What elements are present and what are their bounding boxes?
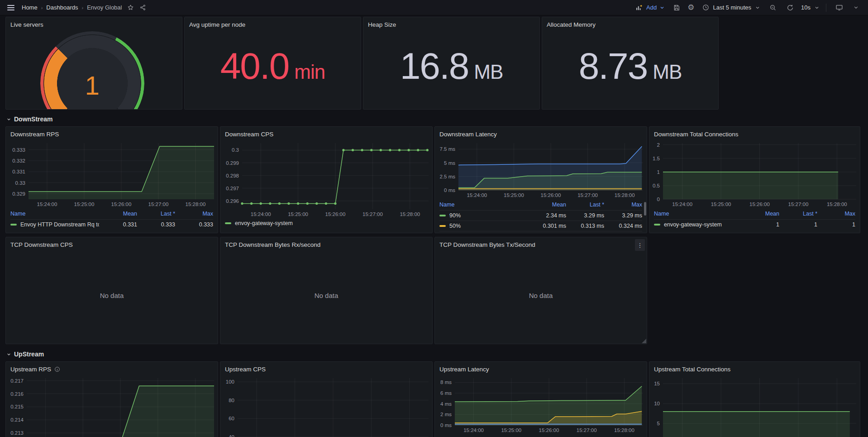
panel-upstream-total-connections: Upstream Total Connections 5101515:24:00… (649, 361, 860, 437)
panel-title[interactable]: Allocated Memory (542, 17, 718, 30)
upstream-cps-chart[interactable]: 40608010015:24:0015:25:0015:26:0015:27:0… (220, 375, 432, 437)
legend-header-last[interactable]: Last * (779, 211, 817, 217)
svg-text:0.5: 0.5 (653, 183, 660, 188)
panel-title[interactable]: Downstream RPS (6, 127, 218, 139)
timeseries-plot[interactable]: 0.2960.2970.2980.2990.315:24:0015:25:001… (220, 139, 432, 218)
panel-avg-uptime: Avg uptime per node 40.0 min (184, 17, 361, 110)
stat-value: 16.8 (400, 48, 469, 85)
series-swatch (439, 225, 446, 227)
timeseries-plot[interactable]: 0 ms2.5 ms5 ms7.5 ms15:24:0015:25:0015:2… (435, 139, 647, 199)
panel-title[interactable]: Upstream Latency (435, 362, 647, 375)
legend-scrollbar[interactable] (644, 202, 646, 216)
panel-title[interactable]: Upstream Total Connections (649, 362, 860, 375)
panel-title[interactable]: TCP Downstream Bytes Rx/second (220, 237, 432, 250)
panel-upstream-cps: Upstream CPS 40608010015:24:0015:25:0015… (220, 361, 433, 437)
legend-header-last[interactable]: Last * (137, 211, 175, 217)
legend-header-mean[interactable]: Mean (99, 211, 137, 217)
save-icon (673, 4, 680, 11)
svg-text:10: 10 (654, 401, 660, 406)
collapse-nav-button[interactable] (850, 3, 862, 12)
menu-toggle-button[interactable] (5, 2, 17, 14)
panel-title[interactable]: Heap Size (363, 17, 539, 30)
legend-header-mean[interactable]: Mean (741, 211, 779, 217)
panel-resize-handle[interactable] (642, 339, 646, 343)
magnifier-minus-icon (769, 4, 777, 11)
zoom-out-time-button[interactable] (767, 2, 779, 13)
legend-row[interactable]: 90%2.34 ms3.29 ms3.29 ms (439, 210, 642, 221)
panel-title[interactable]: Downstream CPS (220, 127, 432, 139)
legend-header-max[interactable]: Max (175, 211, 213, 217)
section-upstream-toggle[interactable]: UpStream (6, 350, 863, 359)
panel-title[interactable]: TCP Downstream Bytes Tx/Second (435, 237, 647, 250)
timeseries-plot[interactable]: 0.2130.2140.2150.2160.21715:24:0015:25:0… (6, 375, 218, 437)
timeseries-plot[interactable]: 0 ms2 ms4 ms6 ms8 ms15:24:0015:25:0015:2… (435, 375, 647, 434)
svg-text:0.296: 0.296 (226, 198, 239, 204)
legend-item[interactable]: envoy-gateway-system (225, 218, 428, 228)
dashboard-settings-button[interactable]: ⚙ (685, 2, 697, 13)
panel-downstream-total-connections: Downstream Total Connections 00.511.5215… (649, 126, 860, 233)
tv-mode-button[interactable] (833, 2, 846, 13)
panel-title[interactable]: Downstream Latency (435, 127, 647, 139)
section-downstream-toggle[interactable]: DownStream (6, 115, 863, 124)
legend-header-mean[interactable]: Mean (528, 202, 566, 208)
legend-header-name[interactable]: Name (10, 211, 99, 217)
svg-text:15:26:00: 15:26:00 (749, 202, 770, 207)
time-range-picker[interactable]: Last 5 minutes (702, 4, 760, 11)
info-icon[interactable] (54, 366, 60, 372)
add-label: Add (646, 4, 657, 11)
timeseries-plot[interactable]: 5101515:24:0015:25:0015:26:0015:27:0015:… (649, 375, 860, 437)
downstream-total-connections-chart[interactable]: 00.511.5215:24:0015:25:0015:26:0015:27:0… (649, 139, 860, 208)
svg-text:15:24:00: 15:24:00 (467, 192, 487, 198)
breadcrumb-dashboards[interactable]: Dashboards (46, 4, 78, 11)
legend-header-row: NameMeanLast *Max (439, 199, 642, 210)
legend-row[interactable]: 50%0.301 ms0.313 ms0.324 ms (439, 221, 642, 231)
svg-text:0.331: 0.331 (12, 169, 25, 174)
timeseries-plot[interactable]: 0.3290.330.3310.3320.33315:24:0015:25:00… (6, 139, 218, 208)
svg-text:0.297: 0.297 (226, 186, 239, 191)
upstream-latency-chart[interactable]: 0 ms2 ms4 ms6 ms8 ms15:24:0015:25:0015:2… (435, 375, 647, 434)
live-servers-gauge: 1 (40, 31, 144, 110)
legend-header-max[interactable]: Max (604, 202, 642, 208)
svg-text:5: 5 (657, 421, 660, 426)
upstream-rps-chart[interactable]: 0.2130.2140.2150.2160.21715:24:0015:25:0… (6, 375, 218, 437)
share-button[interactable] (137, 2, 149, 13)
panel-menu-button[interactable]: ⋮ (635, 239, 645, 251)
svg-text:0: 0 (657, 197, 660, 202)
save-dashboard-button[interactable] (670, 2, 683, 13)
panel-title[interactable]: TCP Downstream CPS (6, 237, 218, 250)
panel-title[interactable]: Downstream Total Connections (649, 127, 860, 139)
hamburger-icon (7, 4, 14, 12)
legend-header-name[interactable]: Name (654, 211, 741, 217)
svg-text:0.33: 0.33 (15, 180, 25, 186)
svg-text:1: 1 (657, 169, 660, 175)
svg-text:15:25:00: 15:25:00 (711, 202, 731, 207)
breadcrumb-home[interactable]: Home (22, 4, 38, 11)
add-dropdown[interactable]: Add (635, 4, 665, 11)
svg-text:15:26:00: 15:26:00 (111, 202, 132, 207)
timeseries-plot[interactable]: 00.511.5215:24:0015:25:0015:26:0015:27:0… (649, 139, 860, 208)
panel-title[interactable]: Upstream CPS (220, 362, 432, 375)
favorite-star-button[interactable] (124, 2, 137, 13)
legend-header-max[interactable]: Max (817, 211, 855, 217)
upstream-total-connections-chart[interactable]: 5101515:24:0015:25:0015:26:0015:27:0015:… (649, 375, 860, 437)
legend-header-name[interactable]: Name (439, 202, 528, 208)
timeseries-plot[interactable]: 40608010015:24:0015:25:0015:26:0015:27:0… (220, 375, 432, 437)
panel-downstream-latency: Downstream Latency 0 ms2.5 ms5 ms7.5 ms1… (434, 126, 647, 233)
refresh-interval-dropdown[interactable]: 10s (799, 4, 820, 11)
downstream-rps-legend: NameMeanLast *MaxEnvoy HTTP Downstream R… (6, 208, 218, 230)
downstream-cps-chart[interactable]: 0.2960.2970.2980.2990.315:24:0015:25:001… (220, 139, 432, 218)
legend-row[interactable]: envoy-gateway-system111 (654, 219, 855, 230)
panel-title[interactable]: Upstream RPS (10, 366, 51, 373)
refresh-button[interactable] (784, 2, 796, 13)
svg-text:5 ms: 5 ms (444, 160, 455, 166)
svg-text:15:28:00: 15:28:00 (400, 211, 420, 217)
downstream-latency-chart[interactable]: 0 ms2.5 ms5 ms7.5 ms15:24:0015:25:0015:2… (435, 139, 647, 199)
svg-text:15:25:00: 15:25:00 (74, 202, 95, 207)
panel-title[interactable]: Avg uptime per node (185, 17, 361, 30)
legend-row[interactable]: Envoy HTTP Downstream Rq total0.3310.333… (10, 219, 213, 230)
stat-value: 8.73 (579, 48, 648, 85)
legend-header-last[interactable]: Last * (566, 202, 604, 208)
legend-row[interactable]: 99%4.89 ms8 ms8 ms (439, 231, 642, 233)
panel-title[interactable]: Live servers (6, 17, 182, 30)
downstream-rps-chart[interactable]: 0.3290.330.3310.3320.33315:24:0015:25:00… (6, 139, 218, 208)
